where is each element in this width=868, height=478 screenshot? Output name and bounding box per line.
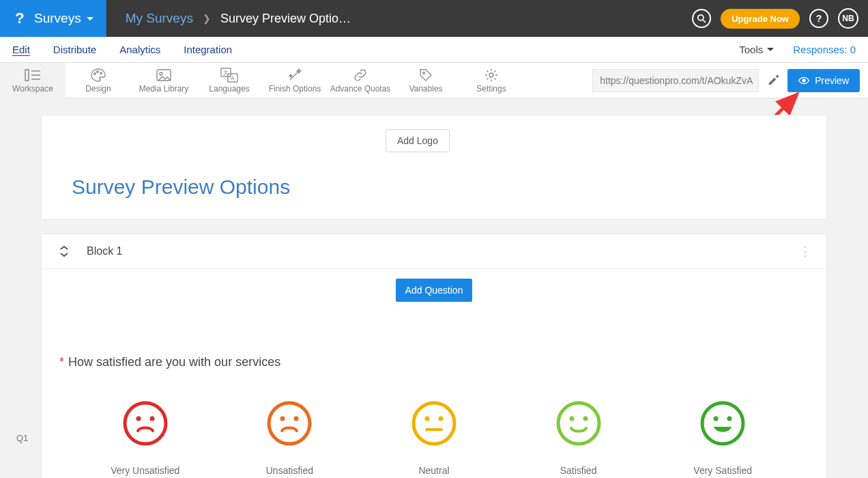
translate-icon: 文A xyxy=(220,68,238,83)
smiley-label: Satisfied xyxy=(560,465,597,476)
add-logo-button[interactable]: Add Logo xyxy=(386,129,450,152)
question-number: Q1 xyxy=(16,433,28,443)
svg-point-30 xyxy=(569,417,574,421)
smiley-option-4[interactable]: Very Satisfied xyxy=(665,401,781,476)
breadcrumb: My Surveys ❯ Survey Preview Optio… xyxy=(106,0,364,37)
share-url[interactable]: https://questionpro.com/t/AOkukZvA xyxy=(592,69,759,92)
search-button[interactable] xyxy=(692,9,711,28)
tb-workspace[interactable]: Workspace xyxy=(0,63,66,98)
preview-label: Preview xyxy=(815,75,849,86)
smiley-label: Very Satisfied xyxy=(693,465,752,476)
svg-line-1 xyxy=(703,20,706,23)
svg-point-8 xyxy=(100,72,102,74)
smiley-face-icon xyxy=(267,401,312,446)
svg-point-33 xyxy=(714,417,719,421)
nav-edit[interactable]: Edit xyxy=(12,44,30,55)
search-icon xyxy=(697,14,706,23)
tb-label: Variables xyxy=(409,84,442,94)
breadcrumb-root[interactable]: My Surveys xyxy=(126,11,193,26)
svg-rect-2 xyxy=(25,70,29,81)
upgrade-button[interactable]: Upgrade Now xyxy=(721,9,800,29)
wand-icon xyxy=(287,68,302,83)
tb-quotas[interactable]: Advance Quotas xyxy=(328,63,393,98)
tb-label: Workspace xyxy=(12,84,53,94)
tb-label: Media Library xyxy=(139,84,189,94)
gear-icon xyxy=(484,68,499,83)
svg-point-26 xyxy=(424,417,429,421)
required-asterisk: * xyxy=(59,355,64,369)
smiley-face-icon xyxy=(700,401,745,446)
svg-point-16 xyxy=(489,73,493,77)
block-header: Block 1 ⋮ xyxy=(42,234,826,269)
image-icon xyxy=(156,68,172,83)
svg-point-0 xyxy=(698,15,704,20)
block-panel: Block 1 ⋮ Add Question *How satisfied ar… xyxy=(41,234,827,478)
question-label: How satisfied are you with our services xyxy=(68,355,280,369)
responses-link[interactable]: Responses: 0 xyxy=(793,44,856,55)
link-icon xyxy=(353,68,368,83)
svg-point-10 xyxy=(160,72,162,75)
nav-integration[interactable]: Integration xyxy=(184,44,232,55)
smiley-label: Neutral xyxy=(418,465,449,476)
svg-point-7 xyxy=(97,70,99,72)
tools-menu[interactable]: Tools xyxy=(739,44,774,55)
tb-design[interactable]: Design xyxy=(66,63,131,98)
navbar: Edit Distribute Analytics Integration To… xyxy=(0,37,868,63)
tb-languages[interactable]: 文A Languages xyxy=(197,63,262,98)
survey-title[interactable]: Survey Preview Options xyxy=(72,175,807,199)
workspace-icon xyxy=(25,68,41,83)
nav-analytics[interactable]: Analytics xyxy=(119,44,160,55)
question-text: *How satisfied are you with our services xyxy=(59,355,809,369)
svg-point-15 xyxy=(423,72,425,74)
help-button[interactable]: ? xyxy=(809,9,828,28)
eye-icon xyxy=(798,76,809,85)
tb-media[interactable]: Media Library xyxy=(131,63,197,98)
tb-label: Settings xyxy=(476,84,506,94)
smiley-option-3[interactable]: Satisfied xyxy=(521,401,637,476)
svg-point-31 xyxy=(583,417,588,421)
smiley-option-2[interactable]: Neutral xyxy=(376,401,492,476)
question[interactable]: *How satisfied are you with our services… xyxy=(59,355,809,476)
collapse-icon xyxy=(59,246,69,257)
survey-header-panel: Add Logo Survey Preview Options xyxy=(41,115,827,220)
palette-icon xyxy=(90,68,106,83)
svg-point-22 xyxy=(269,403,310,444)
smiley-scale: Very UnsatisfiedUnsatisfiedNeutralSatisf… xyxy=(59,401,809,476)
svg-point-6 xyxy=(94,72,96,74)
tb-label: Advance Quotas xyxy=(330,84,391,94)
tb-settings[interactable]: Settings xyxy=(459,63,524,98)
smiley-face-icon xyxy=(123,401,168,446)
smiley-face-icon xyxy=(556,401,601,446)
breadcrumb-title: Survey Preview Optio… xyxy=(220,12,351,26)
svg-point-27 xyxy=(438,417,443,421)
chevron-down-icon xyxy=(87,17,93,20)
smiley-option-1[interactable]: Unsatisfied xyxy=(231,401,347,476)
chevron-down-icon xyxy=(767,48,774,51)
user-avatar[interactable]: NB xyxy=(838,8,858,29)
app-switcher[interactable]: ? Surveys xyxy=(0,0,106,37)
tb-label: Languages xyxy=(209,84,249,94)
svg-point-23 xyxy=(280,417,285,421)
help-icon: ? xyxy=(816,13,822,24)
tag-icon xyxy=(418,68,433,83)
tb-label: Design xyxy=(85,84,111,94)
svg-point-19 xyxy=(125,403,166,444)
edit-url-button[interactable] xyxy=(759,74,787,87)
tb-variables[interactable]: Variables xyxy=(393,63,459,98)
tb-label: Finish Options xyxy=(269,84,321,94)
svg-text:文: 文 xyxy=(223,70,229,76)
tools-label: Tools xyxy=(739,44,763,55)
svg-point-25 xyxy=(414,403,454,444)
block-title[interactable]: Block 1 xyxy=(87,245,799,257)
smiley-label: Unsatisfied xyxy=(266,465,313,476)
block-menu-button[interactable]: ⋮ xyxy=(799,244,811,259)
smiley-face-icon xyxy=(411,401,457,446)
add-question-button[interactable]: Add Question xyxy=(396,279,473,302)
svg-point-17 xyxy=(802,79,805,82)
nav-distribute[interactable]: Distribute xyxy=(53,44,96,55)
tb-finish[interactable]: Finish Options xyxy=(262,63,328,98)
brand-logo-icon: ? xyxy=(12,11,27,26)
preview-button[interactable]: Preview xyxy=(787,69,860,92)
smiley-option-0[interactable]: Very Unsatisfied xyxy=(87,401,203,476)
collapse-block-button[interactable] xyxy=(57,244,72,259)
